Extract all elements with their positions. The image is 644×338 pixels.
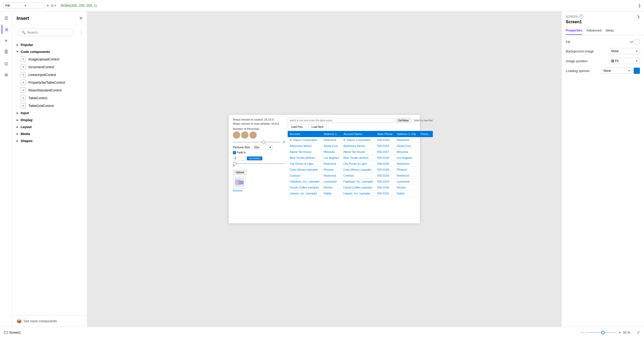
alias-input[interactable] [288,118,394,123]
table-row[interactable]: Blue Yonder AirlinesLos AngelesBlue Yond… [288,155,433,161]
increment-row: Increment [233,156,285,161]
table-cell [418,178,433,184]
table-cell: Redmond [395,161,419,167]
tablegrid-icon: ⊞ [21,103,26,108]
bottom-bar: Screen1 − + 50 % ⤢ [0,327,644,338]
main-layout: ☰ ⊞ + 🗄 ⊡ ⚙ Insert ✕ 🔍 ⋮ [0,11,644,327]
col-account-name: Account Name [341,131,375,137]
load-prev-button[interactable]: Load Prev [288,124,306,129]
table-cell: Fourth Coffee (sample) [288,184,322,190]
formula-bar[interactable]: RGBA(255, 255, 255, 1) [58,2,636,9]
persona-slider[interactable] [233,142,281,143]
table-cell: 555-0159 [375,167,395,172]
table-row[interactable]: A. Datum CorporationRedmondA. Datum Corp… [288,137,433,143]
table-cell: Lynnwood [395,178,419,184]
persona-section: Number of Personas: 3 [233,127,285,192]
question-icon[interactable]: ? [579,14,583,19]
table-cell: 555-0158 [375,137,395,143]
tab-properties[interactable]: Properties [566,26,582,35]
table-cell: A. Datum Corporation [341,137,375,143]
persona-size-row: Persona Size: 32px ▾ [233,145,285,150]
hamburger-menu-icon[interactable]: ☰ [2,13,11,23]
data-icon[interactable]: 🗄 [2,48,11,57]
component-increment[interactable]: ⊞ IncrementControl [12,63,87,71]
props-chevron-icon[interactable]: ❯ [637,15,640,19]
increment-input[interactable] [233,156,246,161]
section-code-components[interactable]: ▶ Code components [12,48,87,55]
component-tablegrid[interactable]: ⊞ TableGridControl [12,102,87,109]
fill-fx-icon[interactable]: ⇄ [630,40,633,44]
fill-swatch[interactable] [635,39,640,44]
nav-buttons: Load Prev Load Next [288,124,433,129]
increment-button[interactable]: Increment [247,156,262,160]
insert-icon[interactable]: ⊞ [2,25,11,34]
zoom-slider[interactable] [586,332,617,333]
remove-button[interactable]: Remove [233,189,242,192]
reactstandard-label: ReactStandardControl [28,88,62,92]
section-media[interactable]: ▶ Media [12,130,87,137]
add-icon[interactable]: + [2,36,11,45]
section-layout[interactable]: ▶ Layout [12,123,87,130]
table-row[interactable]: Fourth Coffee (sample)RentonFourth Coffe… [288,184,433,190]
fill-dropdown[interactable]: Fill ▾ [3,2,44,9]
component-tablecontrol[interactable]: ⊞ TableControl [12,94,87,102]
table-row[interactable]: Alpine Ski HouseMissoulaAlpine Ski House… [288,149,433,155]
table-cell: 555-0150 [375,184,395,190]
table-cell: 555-0156 [375,172,395,178]
search-input[interactable] [27,30,70,34]
table-header-row: Account Address 1: Account Name Main Pho… [288,131,433,137]
slider2-row: 0 [233,163,285,167]
persona-size-dropdown[interactable]: 32px ▾ [252,145,273,150]
loading-spinner-button[interactable] [634,68,640,74]
search-bar: 🔍 [19,29,73,36]
section-popular[interactable]: ▶ Popular [12,41,87,48]
table-row[interactable]: Adventure WorksSanta CruzAdventure Works… [288,143,433,149]
section-display[interactable]: ▶ Display [12,116,87,123]
table-cell: Santa Cruz [395,143,419,149]
collapse-icon[interactable]: ❯ [638,4,641,7]
tablecontrol-icon: ⊞ [21,95,26,100]
fade-row: ✓ Fade In [233,151,285,154]
popular-label: Popular [21,43,33,47]
expand-button[interactable]: ⤢ [637,330,640,335]
table-row[interactable]: Coho Winery (sample)PhoenixCoho Winery (… [288,167,433,172]
upload-button[interactable]: Upload [233,170,247,175]
loading-spinner-dropdown[interactable]: None ▾ [601,68,632,74]
load-next-button[interactable]: Load Next [308,124,327,129]
table-row[interactable]: Litware, Inc. (sample)DallasLitware, Inc… [288,190,433,196]
zoom-plus-button[interactable]: + [619,330,621,335]
table-cell: 555-0155 [375,161,395,167]
fade-checkbox[interactable]: ✓ [233,151,236,154]
close-button[interactable]: ✕ [79,15,83,21]
table-cell: Fabrikam, Inc. (sample) [288,178,322,184]
table-cell: Fabrikam, Inc. (sample) [341,178,375,184]
zoom-minus-button[interactable]: − [581,330,583,335]
image-position-label: Image position [566,59,588,63]
chevron-display-icon: ▶ [17,119,19,121]
slider2-track[interactable] [233,163,285,164]
expand-icon[interactable]: ⊡ [2,59,11,68]
table-row[interactable]: ContosoRedmondContoso555-0156Redmond [288,172,433,178]
more-options-icon[interactable]: ⋮ [76,30,87,35]
component-imageupload[interactable]: ⊞ ImageUploadControl [12,55,87,63]
table-cell: Redmond [395,172,419,178]
section-shapes[interactable]: ▶ Shapes [12,137,87,144]
get-value-button[interactable]: GetValue [396,118,411,123]
image-position-dropdown[interactable]: 🖼 Fit ▾ [609,58,640,64]
persona-avatars [233,131,285,139]
get-more-button[interactable]: 📦 Get more components [12,315,87,327]
component-propertyset[interactable]: ⊞ PropertySetTableControl [12,78,87,86]
bg-image-dropdown[interactable]: None ▾ [609,48,640,54]
insert-title: Insert [17,16,29,21]
tab-advanced[interactable]: Advanced [586,26,601,35]
component-reactstandard[interactable]: ⊞ ReactStandardControl [12,86,87,94]
section-input[interactable]: ▶ Input [12,109,87,116]
table-row[interactable]: Fabrikam, Inc. (sample)LynnwoodFabrikam,… [288,178,433,184]
table-row[interactable]: City Power & LightRedmondCity Power & Li… [288,161,433,167]
settings-icon[interactable]: ⚙ [2,70,11,80]
tab-ideas[interactable]: Ideas [606,26,614,35]
table-cell: Phoenix [322,167,341,172]
propertyset-label: PropertySetTableControl [28,81,65,84]
component-linearinput[interactable]: ⊞ LinearInputControl [12,71,87,78]
table-cell: Redmond [322,172,341,178]
